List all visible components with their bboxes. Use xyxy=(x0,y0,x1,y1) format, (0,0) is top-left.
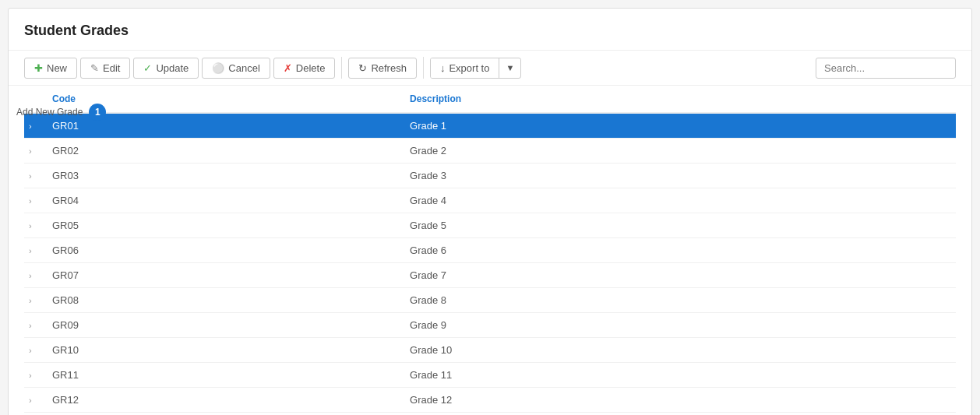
row-expander-icon[interactable]: › xyxy=(24,313,43,338)
refresh-icon: ↻ xyxy=(358,62,367,74)
row-description: Grade 8 xyxy=(400,288,956,313)
row-expander-icon[interactable]: › xyxy=(24,263,43,288)
add-grade-callout: Add New Grade 1 xyxy=(16,104,106,121)
new-label: New xyxy=(47,62,67,74)
grades-table: Code Description ›GR01Grade 1›GR02Grade … xyxy=(24,86,956,413)
row-description: Grade 10 xyxy=(400,338,956,363)
row-description: Grade 4 xyxy=(400,188,956,213)
export-button[interactable]: ↓ Export to xyxy=(431,58,500,78)
export-dropdown-button[interactable]: ▼ xyxy=(499,59,520,76)
page-wrapper: Student Grades ✚ New ✎ Edit ✓ Update ⚪ C… xyxy=(8,8,972,415)
export-label: Export to xyxy=(449,62,489,74)
row-description: Grade 3 xyxy=(400,164,956,188)
row-code: GR09 xyxy=(43,313,400,338)
row-code: GR11 xyxy=(43,363,400,388)
plus-icon: ✚ xyxy=(34,62,43,74)
page-title: Student Grades xyxy=(9,9,971,50)
row-description: Grade 12 xyxy=(400,388,956,413)
new-button[interactable]: ✚ New xyxy=(24,58,77,79)
table-row[interactable]: ›GR07Grade 7 xyxy=(24,263,956,288)
search-input[interactable] xyxy=(816,58,956,79)
row-expander-icon[interactable]: › xyxy=(24,238,43,263)
row-description: Grade 6 xyxy=(400,238,956,263)
row-code: GR06 xyxy=(43,238,400,263)
row-expander-icon[interactable]: › xyxy=(24,388,43,413)
table-row[interactable]: ›GR08Grade 8 xyxy=(24,288,956,313)
row-description: Grade 11 xyxy=(400,363,956,388)
x-icon: ✗ xyxy=(284,62,292,74)
table-row[interactable]: ›GR12Grade 12 xyxy=(24,388,956,413)
cancel-label: Cancel xyxy=(228,62,259,74)
row-description: Grade 2 xyxy=(400,139,956,164)
row-description: Grade 9 xyxy=(400,313,956,338)
table-row[interactable]: ›GR05Grade 5 xyxy=(24,213,956,238)
chevron-down-icon: ▼ xyxy=(506,63,514,72)
row-expander-icon[interactable]: › xyxy=(24,363,43,388)
circle-icon: ⚪ xyxy=(212,62,224,74)
delete-button[interactable]: ✗ Delete xyxy=(273,58,336,79)
update-button[interactable]: ✓ Update xyxy=(133,58,199,79)
refresh-label: Refresh xyxy=(371,62,407,74)
row-expander-icon[interactable]: › xyxy=(24,188,43,213)
table-container: Code Description ›GR01Grade 1›GR02Grade … xyxy=(9,86,971,415)
toolbar-separator-2 xyxy=(423,57,424,79)
description-column-header: Description xyxy=(400,86,956,113)
row-code: GR04 xyxy=(43,188,400,213)
table-row[interactable]: ›GR02Grade 2 xyxy=(24,139,956,164)
callout-badge: 1 xyxy=(89,104,106,121)
table-row[interactable]: ›GR01Grade 1 xyxy=(24,113,956,139)
row-expander-icon[interactable]: › xyxy=(24,213,43,238)
refresh-button[interactable]: ↻ Refresh xyxy=(348,58,417,79)
row-code: GR10 xyxy=(43,338,400,363)
table-row[interactable]: ›GR06Grade 6 xyxy=(24,238,956,263)
table-row[interactable]: ›GR09Grade 9 xyxy=(24,313,956,338)
row-description: Grade 5 xyxy=(400,213,956,238)
table-body: ›GR01Grade 1›GR02Grade 2›GR03Grade 3›GR0… xyxy=(24,113,956,413)
table-row[interactable]: ›GR10Grade 10 xyxy=(24,338,956,363)
edit-label: Edit xyxy=(103,62,120,74)
row-expander-icon[interactable]: › xyxy=(24,164,43,188)
cancel-button[interactable]: ⚪ Cancel xyxy=(202,58,270,79)
row-code: GR05 xyxy=(43,213,400,238)
export-group[interactable]: ↓ Export to ▼ xyxy=(430,58,521,79)
edit-button[interactable]: ✎ Edit xyxy=(80,58,130,79)
table-row[interactable]: ›GR11Grade 11 xyxy=(24,363,956,388)
toolbar: ✚ New ✎ Edit ✓ Update ⚪ Cancel ✗ Delete … xyxy=(9,50,971,86)
table-row[interactable]: ›GR04Grade 4 xyxy=(24,188,956,213)
toolbar-separator xyxy=(341,57,342,79)
row-expander-icon[interactable]: › xyxy=(24,288,43,313)
edit-icon: ✎ xyxy=(90,62,99,74)
row-expander-icon[interactable]: › xyxy=(24,338,43,363)
check-icon: ✓ xyxy=(143,62,152,74)
row-code: GR08 xyxy=(43,288,400,313)
row-expander-icon[interactable]: › xyxy=(24,139,43,164)
row-description: Grade 7 xyxy=(400,263,956,288)
table-header: Code Description xyxy=(24,86,956,113)
table-row[interactable]: ›GR03Grade 3 xyxy=(24,164,956,188)
delete-label: Delete xyxy=(296,62,326,74)
row-code: GR07 xyxy=(43,263,400,288)
row-code: GR03 xyxy=(43,164,400,188)
row-code: GR12 xyxy=(43,388,400,413)
download-icon: ↓ xyxy=(440,62,446,74)
callout-label: Add New Grade xyxy=(16,107,83,118)
row-description: Grade 1 xyxy=(400,113,956,139)
update-label: Update xyxy=(156,62,189,74)
row-code: GR02 xyxy=(43,139,400,164)
